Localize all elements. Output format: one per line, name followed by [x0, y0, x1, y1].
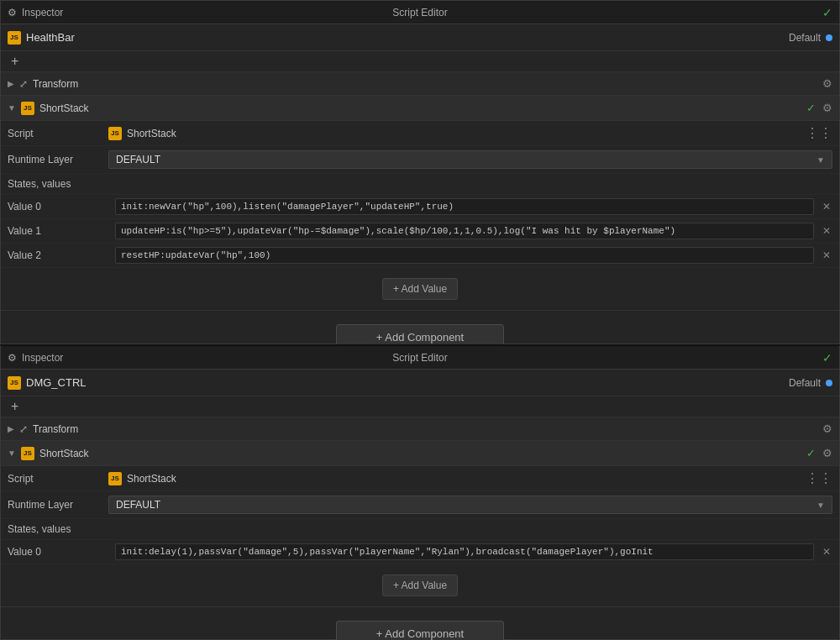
inspector-label-bottom: Inspector [22, 352, 63, 364]
runtime-layer-value-bottom: DEFAULT [116, 499, 160, 511]
bottom-panel-header: ⚙ Inspector Script Editor ✓ [1, 346, 839, 370]
js-icon-script-bottom: JS [108, 472, 122, 485]
top-panel-header-right: ✓ [822, 6, 832, 19]
value-input-0-bottom[interactable] [115, 543, 814, 560]
entity-row-right-top: Default [789, 32, 832, 44]
entity-row-left-bottom: JS DMG_CTRL [8, 376, 87, 390]
top-inspector-panel: ⚙ Inspector Script Editor ✓ JS HealthBar… [0, 0, 840, 344]
default-label-bottom: Default [789, 377, 821, 389]
js-icon-top: JS [8, 31, 21, 45]
script-field-label-bottom: Script [8, 473, 108, 485]
runtime-layer-label-top: Runtime Layer [8, 154, 108, 165]
shortstack-header-left-bottom: ▼ JS ShortStack [8, 447, 89, 460]
chevron-right-transform-bottom: ▶ [8, 424, 14, 433]
value-row-1-top: Value 1 ✕ [1, 219, 839, 244]
plus-button-bottom[interactable]: + [8, 397, 22, 415]
blue-dot-top [826, 34, 832, 41]
chevron-down-shortstack-bottom: ▼ [8, 449, 16, 458]
js-icon-shortstack-top: JS [21, 102, 34, 115]
value-label-2-top: Value 2 [8, 249, 108, 261]
script-field-value-bottom: JS ShortStack [108, 472, 806, 485]
transform-left-bottom: ▶ ⤢ Transform [8, 423, 78, 435]
shortstack-header-bottom: ▼ JS ShortStack ✓ ⚙ [1, 441, 839, 466]
script-value-bottom: ShortStack [127, 473, 176, 485]
chevron-right-transform-top: ▶ [8, 79, 14, 88]
script-field-label-top: Script [8, 128, 108, 139]
gear-icon-shortstack-bottom[interactable]: ⚙ [822, 447, 832, 459]
add-value-container-bottom: + Add Value [1, 564, 839, 607]
shortstack-label-top: ShortStack [39, 102, 89, 114]
value-row-0-bottom: Value 0 ✕ [1, 540, 839, 564]
runtime-layer-dropdown-top[interactable]: DEFAULT ▼ [108, 150, 832, 169]
value-input-0-top[interactable] [115, 198, 814, 215]
plus-button-top[interactable]: + [8, 52, 22, 70]
check-icon-shortstack-top: ✓ [806, 102, 816, 114]
shortstack-header-top: ▼ JS ShortStack ✓ ⚙ [1, 96, 839, 121]
add-component-button-bottom[interactable]: + Add Component [336, 621, 504, 640]
script-field-row-top: Script JS ShortStack ⋮⋮ [1, 121, 839, 146]
transform-row-bottom: ▶ ⤢ Transform ⚙ [1, 417, 839, 441]
top-panel-header: ⚙ Inspector Script Editor ✓ [1, 1, 839, 24]
value-row-2-top: Value 2 ✕ [1, 244, 839, 268]
entity-name-bottom: DMG_CTRL [26, 376, 87, 389]
shortstack-header-left-top: ▼ JS ShortStack [8, 102, 89, 115]
script-editor-label-top: Script Editor [392, 7, 447, 18]
dropdown-arrow-top: ▼ [816, 155, 825, 165]
value-label-1-top: Value 1 [8, 225, 108, 237]
plus-row-top: + [1, 51, 839, 72]
js-icon-script-top: JS [108, 127, 122, 140]
transform-label-bottom: Transform [33, 423, 78, 435]
js-icon-shortstack-bottom: JS [21, 447, 34, 460]
entity-row-top: JS HealthBar Default [1, 24, 839, 51]
shortstack-header-right-bottom: ✓ ⚙ [806, 447, 832, 459]
plus-row-bottom: + [1, 396, 839, 417]
gear-icon-transform-bottom[interactable]: ⚙ [822, 422, 832, 435]
entity-name-top: HealthBar [26, 31, 75, 44]
inspector-icon-top: ⚙ [8, 7, 17, 18]
transform-row-top: ▶ ⤢ Transform ⚙ [1, 72, 839, 96]
dots-icon-top[interactable]: ⋮⋮ [806, 125, 832, 141]
runtime-layer-row-bottom: Runtime Layer DEFAULT ▼ [1, 491, 839, 519]
x-btn-0-top[interactable]: ✕ [821, 199, 832, 214]
runtime-layer-label-bottom: Runtime Layer [8, 499, 108, 511]
add-component-container-bottom: + Add Component [1, 607, 839, 640]
dropdown-arrow-bottom: ▼ [816, 501, 825, 510]
js-icon-bottom: JS [8, 376, 21, 390]
x-btn-0-bottom[interactable]: ✕ [821, 544, 832, 559]
inspector-label-top: Inspector [22, 7, 63, 18]
default-label-top: Default [789, 32, 821, 44]
chevron-down-shortstack-top: ▼ [8, 103, 16, 113]
top-inspector-left: ⚙ Inspector [8, 7, 63, 18]
checkmark-icon-top: ✓ [822, 6, 832, 19]
states-values-label-bottom: States, values [1, 519, 839, 540]
entity-row-right-bottom: Default [789, 377, 832, 389]
script-field-value-top: JS ShortStack [108, 127, 806, 140]
value-label-0-bottom: Value 0 [8, 546, 108, 558]
states-values-label-top: States, values [1, 174, 839, 195]
dots-icon-bottom[interactable]: ⋮⋮ [806, 470, 832, 486]
add-value-button-bottom[interactable]: + Add Value [382, 574, 458, 596]
script-field-row-bottom: Script JS ShortStack ⋮⋮ [1, 466, 839, 491]
bottom-panel-header-right: ✓ [822, 351, 832, 365]
value-label-0-top: Value 0 [8, 201, 108, 212]
gear-icon-transform-top[interactable]: ⚙ [822, 77, 832, 90]
value-row-0-top: Value 0 ✕ [1, 195, 839, 219]
add-value-button-top[interactable]: + Add Value [382, 278, 458, 300]
transform-left-top: ▶ ⤢ Transform [8, 78, 78, 90]
runtime-layer-row-top: Runtime Layer DEFAULT ▼ [1, 146, 839, 174]
x-btn-2-top[interactable]: ✕ [821, 248, 832, 263]
transform-icon-top: ⤢ [19, 78, 28, 90]
checkmark-icon-bottom: ✓ [822, 351, 832, 365]
shortstack-header-right-top: ✓ ⚙ [806, 102, 832, 114]
runtime-layer-dropdown-bottom[interactable]: DEFAULT ▼ [108, 496, 832, 514]
value-input-2-top[interactable] [115, 247, 814, 264]
gear-icon-shortstack-top[interactable]: ⚙ [822, 102, 832, 114]
entity-row-left-top: JS HealthBar [8, 31, 75, 45]
script-value-top: ShortStack [127, 128, 176, 139]
x-btn-1-top[interactable]: ✕ [821, 223, 832, 239]
blue-dot-bottom [826, 380, 832, 386]
transform-label-top: Transform [33, 78, 78, 90]
value-input-1-top[interactable] [115, 223, 814, 239]
check-icon-shortstack-bottom: ✓ [806, 447, 816, 459]
inspector-icon-bottom: ⚙ [8, 352, 17, 364]
